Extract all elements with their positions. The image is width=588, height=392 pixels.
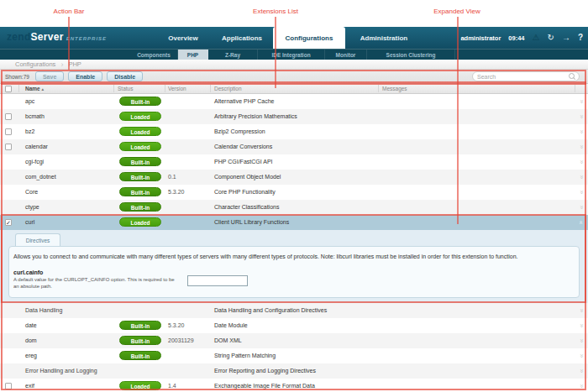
status-badge: Loaded: [119, 112, 161, 121]
expand-chevron-icon[interactable]: »: [578, 130, 585, 133]
extension-version: 1.4: [168, 383, 176, 389]
status-badge: Built-in: [119, 336, 161, 345]
tab-directives[interactable]: Directives: [15, 233, 60, 246]
extension-name: date: [25, 322, 37, 328]
subtab-ide-integration[interactable]: IDE Integration: [258, 50, 325, 60]
table-row[interactable]: Core Built-in 5.3.20 Core PHP Functional…: [0, 185, 588, 200]
column-version[interactable]: Version: [168, 86, 186, 91]
main-nav-bar: zendServerENTERPRISE Overview Applicatio…: [0, 27, 588, 49]
table-row[interactable]: bz2 Loaded Bzip2 Compression »: [0, 124, 588, 139]
extension-description: Client URL Library Functions: [214, 219, 289, 225]
expand-chevron-icon[interactable]: »: [578, 206, 585, 209]
column-status[interactable]: Status: [118, 86, 133, 91]
expand-chevron-icon[interactable]: »: [578, 175, 585, 179]
breadcrumb-configurations[interactable]: Configurations: [15, 60, 55, 68]
column-name[interactable]: Name ▴: [25, 86, 44, 91]
table-row[interactable]: ✓ curl Loaded Client URL Library Functio…: [0, 215, 588, 230]
table-row[interactable]: exif Loaded 1.4 Exchangeable Image File …: [0, 379, 588, 392]
expand-chevron-icon[interactable]: »: [578, 324, 585, 327]
table-row[interactable]: cgi-fcgi Built-in PHP CGI/FastCGI API »: [0, 154, 588, 170]
extension-description: Date Module: [214, 322, 248, 328]
status-badge: Built-in: [119, 321, 161, 330]
username-label[interactable]: administrator: [460, 34, 501, 42]
logo-zend: zend: [7, 31, 31, 43]
app-window: zendServerENTERPRISE Overview Applicatio…: [0, 27, 588, 392]
search-input[interactable]: [477, 74, 569, 80]
extension-description: Error Reporting and Logging Directives: [214, 368, 316, 374]
extension-name: Data Handling: [25, 307, 62, 313]
table-row[interactable]: apc Built-in Alternative PHP Cache »: [0, 94, 588, 109]
logo-server: Server: [31, 31, 64, 43]
row-checkbox[interactable]: [5, 128, 12, 135]
column-messages[interactable]: Messages: [382, 86, 407, 91]
extension-description: Exchangeable Image File Format Data: [214, 383, 315, 389]
status-badge: Built-in: [119, 172, 161, 181]
screenshot-root: Action Bar Extensions List Expanded View…: [0, 0, 588, 392]
extension-intro-text: Allows you to connect to and communicate…: [13, 253, 568, 259]
search-icon[interactable]: [569, 73, 575, 81]
expand-chevron-icon[interactable]: »: [578, 221, 585, 224]
save-button[interactable]: Save: [35, 71, 64, 81]
table-row[interactable]: dom Built-in 20031129 DOM XML »: [0, 333, 588, 348]
row-checkbox[interactable]: [5, 383, 12, 389]
table-row[interactable]: ereg Built-in String Pattern Matching »: [0, 348, 588, 363]
enable-button[interactable]: Enable: [68, 71, 102, 81]
table-row[interactable]: date Built-in 5.3.20 Date Module »: [0, 318, 588, 333]
expand-chevron-icon[interactable]: »: [578, 354, 585, 358]
annotation-expanded-view: Expanded View: [417, 8, 497, 15]
extension-description: Arbitrary Precision Mathematics: [214, 113, 297, 119]
subtab-components[interactable]: Components: [130, 50, 178, 60]
annotation-extensions-list: Extensions List: [235, 8, 316, 15]
expand-chevron-icon[interactable]: »: [578, 384, 585, 388]
shown-count: Shown:79: [5, 74, 29, 80]
extension-name: bcmath: [25, 113, 45, 119]
tab-overview[interactable]: Overview: [155, 27, 211, 49]
sort-asc-icon: ▴: [42, 86, 45, 91]
subtab-zray[interactable]: Z-Ray: [208, 50, 258, 60]
row-checkbox[interactable]: [5, 113, 12, 120]
logout-icon[interactable]: →: [562, 34, 570, 42]
expand-chevron-icon[interactable]: »: [578, 160, 585, 164]
warning-icon[interactable]: ⚠: [533, 34, 540, 42]
tab-applications[interactable]: Applications: [211, 27, 273, 49]
status-badge: Built-in: [119, 202, 161, 212]
expand-chevron-icon[interactable]: »: [578, 115, 585, 118]
expand-chevron-icon[interactable]: »: [578, 369, 585, 373]
main-nav-tabs: Overview Applications Configurations Adm…: [155, 27, 423, 49]
table-row[interactable]: Error Handling and Logging Error Reporti…: [0, 363, 588, 379]
subtab-session-clustering[interactable]: Session Clustering: [367, 50, 455, 60]
expand-chevron-icon[interactable]: »: [578, 191, 585, 194]
expand-chevron-icon[interactable]: »: [578, 145, 585, 149]
subtab-php[interactable]: PHP: [178, 50, 208, 60]
extension-name: curl: [25, 219, 34, 225]
status-badge: Loaded: [119, 381, 161, 390]
table-row[interactable]: Data Handling Data Handling and Configur…: [0, 303, 588, 318]
tab-administration[interactable]: Administration: [345, 27, 423, 49]
row-checkbox[interactable]: [5, 144, 12, 150]
extension-name: cgi-fcgi: [25, 159, 44, 165]
annotation-action-bar: Action Bar: [34, 8, 104, 15]
row-checkbox[interactable]: ✓: [5, 219, 12, 226]
select-all-checkbox[interactable]: [5, 86, 12, 92]
extension-description: Character Classifications: [214, 204, 279, 210]
extension-version: 5.3.20: [168, 189, 184, 195]
extension-description: Calendar Conversions: [214, 144, 272, 149]
directives-box: Allows you to connect to and communicate…: [8, 246, 580, 298]
table-row[interactable]: bcmath Loaded Arbitrary Precision Mathem…: [0, 109, 588, 124]
expand-chevron-icon[interactable]: »: [578, 309, 585, 312]
restart-icon[interactable]: ↻: [548, 34, 554, 42]
extension-description: Data Handling and Configuration Directiv…: [214, 307, 327, 313]
table-row[interactable]: com_dotnet Built-in 0.1 Component Object…: [0, 170, 588, 185]
extension-description: Core PHP Functionality: [214, 189, 276, 195]
directive-value-input[interactable]: [187, 275, 248, 286]
extension-description: PHP CGI/FastCGI API: [214, 159, 273, 165]
expand-chevron-icon[interactable]: »: [578, 100, 585, 103]
column-description[interactable]: Description: [214, 86, 242, 91]
table-row[interactable]: calendar Loaded Calendar Conversions »: [0, 139, 588, 154]
help-icon[interactable]: ?: [578, 34, 583, 42]
disable-button[interactable]: Disable: [107, 71, 143, 81]
table-row[interactable]: ctype Built-in Character Classifications…: [0, 200, 588, 215]
subtab-monitor[interactable]: Monitor: [325, 50, 367, 60]
expand-chevron-icon[interactable]: »: [578, 339, 585, 342]
tab-configurations[interactable]: Configurations: [273, 27, 345, 49]
